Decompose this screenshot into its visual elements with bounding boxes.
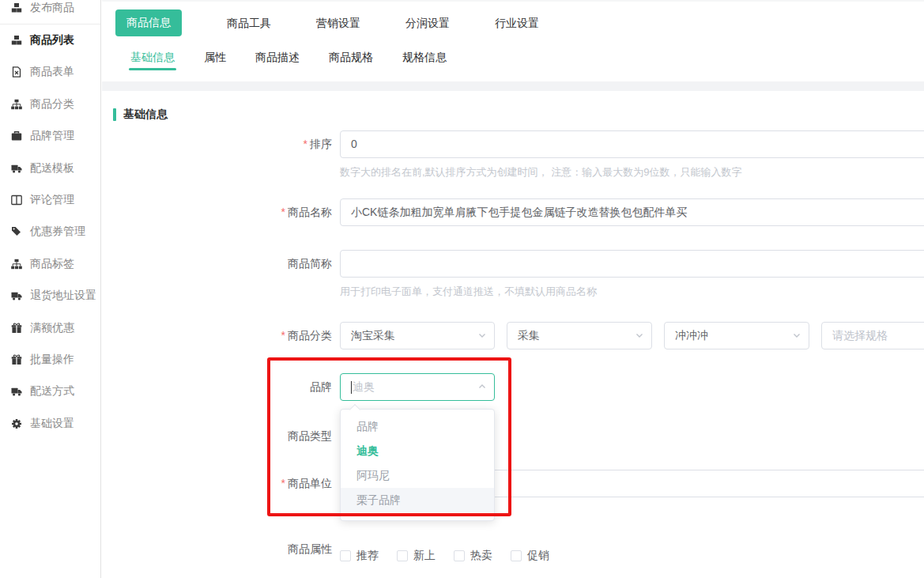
sidebar-item-delivery-method[interactable]: 配送方式	[0, 376, 100, 407]
form-row-brand: 品牌 迪奥 品牌 迪奥 阿玛尼 栗子品牌	[102, 373, 924, 401]
brand-select[interactable]: 迪奥	[340, 373, 495, 401]
form-row-short-name: 商品简称 用于打印电子面单，支付通道推送，不填默认用商品名称	[102, 250, 924, 299]
checkbox-promotion[interactable]: 促销	[511, 542, 549, 569]
checkbox-icon[interactable]	[511, 550, 522, 561]
sidebar-item-product-category[interactable]: 商品分类	[0, 89, 100, 120]
form-row-sort: *排序 0 数字大的排名在前,默认排序方式为创建时间， 注意：输入最大数为9位数…	[102, 130, 924, 179]
checkbox-icon[interactable]	[397, 550, 408, 561]
chevron-up-icon	[477, 381, 487, 394]
sort-label: *排序	[102, 130, 340, 158]
brand-label: 品牌	[102, 373, 340, 401]
category-level2-select[interactable]: 采集	[507, 322, 652, 349]
short-name-input[interactable]	[340, 250, 924, 278]
sitemap-icon	[10, 259, 23, 270]
sidebar-item-publish-product[interactable]: 发布商品	[0, 0, 100, 25]
brand-option-lizi[interactable]: 栗子品牌	[341, 488, 494, 512]
attributes-label: 商品属性	[102, 535, 340, 563]
sidebar-item-basic-settings[interactable]: 基础设置	[0, 408, 100, 440]
sidebar-item-label: 配送方式	[30, 384, 74, 399]
section-divider	[102, 81, 924, 91]
chevron-down-icon	[477, 330, 487, 342]
tab-industry-settings[interactable]: 行业设置	[495, 9, 539, 36]
short-name-help-text: 用于打印电子面单，支付通道推送，不填默认用商品名称	[340, 285, 924, 299]
checkbox-recommended[interactable]: 推荐	[340, 542, 379, 569]
checkbox-icon[interactable]	[454, 550, 465, 561]
tab-bar: 商品信息 商品工具 营销设置 分润设置 行业设置 基础信息 属性 商品描述 商品…	[102, 2, 924, 81]
brand-option-dior[interactable]: 迪奥	[341, 439, 494, 463]
sidebar-item-label: 优惠券管理	[30, 225, 85, 239]
primary-tabs: 商品信息 商品工具 营销设置 分润设置 行业设置	[102, 2, 924, 36]
tab-product-tools[interactable]: 商品工具	[227, 9, 271, 36]
chevron-down-icon	[635, 330, 644, 342]
sidebar-item-product-tags[interactable]: 商品标签	[0, 248, 100, 280]
sidebar-item-comment-management[interactable]: 评论管理	[0, 184, 100, 216]
required-mark: *	[281, 477, 285, 489]
checkbox-new[interactable]: 新上	[397, 542, 436, 569]
gear-icon	[10, 418, 23, 429]
sidebar: 发布商品 商品列表 商品表单 商品分类 品牌管理 配送模板 评论管理 优惠券管	[0, 0, 101, 578]
checkbox-icon[interactable]	[340, 550, 351, 561]
secondary-tabs: 基础信息 属性 商品描述 商品规格 规格信息	[130, 50, 924, 64]
form-panel: 基础信息 *排序 0 数字大的排名在前,默认排序方式为创建时间， 注意：输入最大…	[102, 91, 924, 569]
sort-help-text: 数字大的排名在前,默认排序方式为创建时间， 注意：输入最大数为9位数，只能输入数…	[340, 165, 924, 179]
category-level3-select[interactable]: 冲冲冲	[664, 322, 809, 349]
checkbox-hot[interactable]: 热卖	[454, 542, 492, 569]
sidebar-item-label: 评论管理	[30, 193, 74, 207]
type-label: 商品类型	[102, 422, 340, 450]
brand-option-armani[interactable]: 阿玛尼	[341, 463, 494, 488]
briefcase-icon	[10, 130, 23, 142]
tab-product-info[interactable]: 商品信息	[115, 9, 182, 36]
sidebar-item-brand-management[interactable]: 品牌管理	[0, 120, 100, 152]
text-cursor	[351, 381, 352, 394]
subtab-product-spec[interactable]: 商品规格	[329, 50, 373, 64]
sidebar-item-full-discount[interactable]: 满额优惠	[0, 312, 100, 343]
required-mark: *	[281, 329, 285, 342]
sidebar-menu: 发布商品 商品列表 商品表单 商品分类 品牌管理 配送模板 评论管理 优惠券管	[0, 0, 100, 440]
sidebar-item-label: 商品分类	[30, 97, 74, 111]
sidebar-item-return-address-settings[interactable]: 退货地址设置	[0, 280, 100, 312]
sidebar-item-product-form[interactable]: 商品表单	[0, 56, 100, 88]
category-level1-select[interactable]: 淘宝采集	[340, 322, 495, 349]
subtab-spec-info[interactable]: 规格信息	[402, 50, 447, 64]
chevron-down-icon	[792, 330, 801, 342]
tab-marketing-settings[interactable]: 营销设置	[316, 9, 360, 36]
section-title-bar	[113, 108, 116, 121]
sidebar-item-label: 退货地址设置	[30, 289, 96, 303]
sidebar-item-coupon-management[interactable]: 优惠券管理	[0, 216, 100, 247]
gift-icon	[10, 323, 23, 334]
sidebar-item-product-list[interactable]: 商品列表	[0, 25, 100, 56]
file-icon	[10, 66, 23, 77]
columns-icon	[10, 195, 23, 206]
subtab-attributes[interactable]: 属性	[204, 50, 226, 64]
sidebar-item-label: 商品表单	[30, 65, 74, 79]
form-row-attributes: 商品属性 推荐 新上 热卖 促销	[102, 535, 924, 569]
main-content: 商品信息 商品工具 营销设置 分润设置 行业设置 基础信息 属性 商品描述 商品…	[102, 0, 924, 578]
form-row-name: *商品名称 小CK链条加粗加宽单肩腋下包手提包金属链子改造替换包包配件单买	[102, 198, 924, 226]
form-row-category: *商品分类 淘宝采集 采集 冲冲冲 请选择规格	[102, 322, 924, 349]
sidebar-item-label: 满额优惠	[30, 321, 74, 335]
brand-option-brand[interactable]: 品牌	[341, 414, 494, 439]
subtab-product-description[interactable]: 商品描述	[255, 50, 300, 64]
truck-icon	[10, 290, 23, 301]
spec-select[interactable]: 请选择规格	[821, 322, 924, 349]
sidebar-item-label: 基础设置	[30, 417, 74, 431]
tab-profit-settings[interactable]: 分润设置	[405, 9, 450, 36]
subtab-basic-info[interactable]: 基础信息	[130, 50, 175, 64]
sidebar-item-label: 商品标签	[30, 257, 74, 271]
brand-dropdown: 品牌 迪奥 阿玛尼 栗子品牌	[340, 409, 495, 521]
form-row-type: 商品类型	[102, 422, 924, 450]
sort-input[interactable]: 0	[340, 130, 924, 158]
truck-icon	[10, 163, 23, 174]
sidebar-item-delivery-template[interactable]: 配送模板	[0, 152, 100, 183]
sidebar-item-label: 商品列表	[30, 33, 74, 47]
gift-icon	[10, 354, 23, 365]
product-name-input[interactable]: 小CK链条加粗加宽单肩腋下包手提包金属链子改造替换包包配件单买	[340, 198, 924, 226]
sidebar-item-batch-operations[interactable]: 批量操作	[0, 344, 100, 376]
required-mark: *	[281, 206, 285, 218]
sidebar-item-label: 配送模板	[30, 161, 74, 176]
cubes-icon	[10, 2, 23, 13]
name-label: *商品名称	[102, 198, 340, 226]
short-name-label: 商品简称	[102, 250, 340, 278]
sitemap-icon	[10, 99, 23, 110]
truck-icon	[10, 386, 23, 397]
